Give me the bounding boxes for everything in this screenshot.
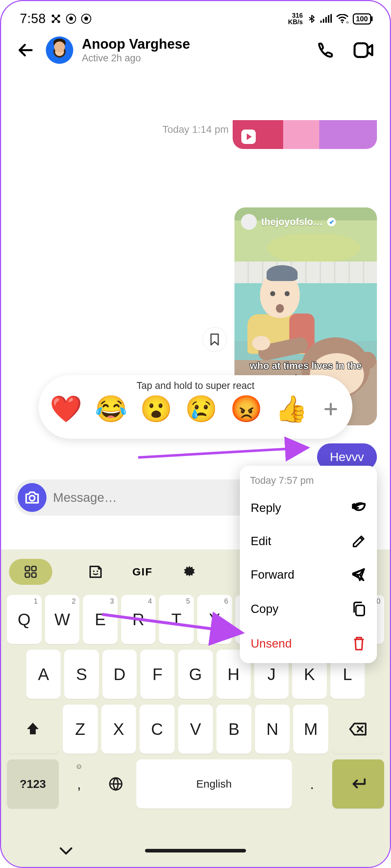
react-wow[interactable]: 😮 [140,394,173,424]
svg-rect-22 [32,566,36,571]
key-x[interactable]: X [101,705,136,754]
react-heart[interactable]: ❤️ [49,394,83,424]
key-g[interactable]: G [178,650,212,699]
context-menu-timestamp: Today 7:57 pm [240,472,377,491]
contact-status: Active 2h ago [82,53,300,64]
react-laugh[interactable]: 😂 [95,394,128,424]
reaction-hint: Tap and hold to super react [136,380,254,391]
status-icon-1 [51,14,61,24]
battery-indicator: 100 [353,13,371,25]
svg-rect-16 [355,43,368,57]
key-f[interactable]: F [140,650,175,699]
status-bar: 7:58 316 KB/s 4r 100 [1,1,390,29]
svg-rect-23 [25,573,30,577]
story-header: thejoyofslo… ✔ [241,214,336,230]
key-w[interactable]: W2 [45,595,80,644]
reply-icon [350,501,366,515]
contact-avatar[interactable] [46,36,73,64]
key-n[interactable]: N [255,705,290,754]
signal-icon [320,14,332,23]
kb-gif-button[interactable]: GIF [121,559,164,585]
copy-icon [352,601,366,617]
key-z[interactable]: Z [63,705,98,754]
reaction-bar: Tap and hold to super react ❤️ 😂 😮 😢 😡 👍 [39,375,352,439]
svg-point-26 [97,570,98,572]
bookmark-button[interactable] [202,327,227,352]
svg-text:4r: 4r [346,20,348,23]
story-username: thejoyofslo… [261,216,323,228]
nav-home-pill[interactable] [145,849,246,852]
ctx-unsend[interactable]: Unsend [240,626,377,661]
message-context-menu: Today 7:57 pm Reply Edit Forward Copy Un… [240,466,377,663]
story-avatar [241,214,257,230]
svg-rect-24 [32,573,36,577]
key-s[interactable]: S [64,650,98,699]
key-c[interactable]: C [140,705,175,754]
svg-rect-12 [328,15,329,23]
svg-point-3 [52,21,54,23]
react-add-button[interactable] [320,398,342,420]
key-backspace[interactable] [332,705,384,754]
nav-collapse-icon[interactable] [59,845,73,856]
key-space[interactable]: English [136,759,292,808]
key-r[interactable]: R4 [121,595,156,644]
ctx-edit[interactable]: Edit [240,525,377,558]
svg-point-20 [30,496,35,501]
key-enter[interactable] [332,759,384,808]
forward-icon [351,567,366,582]
key-shift[interactable] [7,705,59,754]
svg-rect-18 [356,605,364,615]
edit-icon [352,534,366,548]
svg-point-0 [55,18,57,20]
key-y[interactable]: Y6 [197,595,232,644]
audio-call-button[interactable] [312,37,339,63]
svg-marker-8 [84,16,88,21]
key-a[interactable]: A [26,650,61,699]
chat-body: Today 1:14 pm thejoyofslo… ✔ who at time… [1,124,390,135]
ctx-copy[interactable]: Copy [240,592,377,626]
emoji-hint-icon: ☺ [75,762,83,771]
react-thumbsup[interactable]: 👍 [275,394,308,424]
key-q[interactable]: Q1 [7,595,41,644]
network-speed: 316 KB/s [288,12,303,25]
play-icon [241,130,256,144]
soccer-icon [66,14,76,24]
bluetooth-icon [307,13,316,24]
react-sad[interactable]: 😢 [185,394,218,424]
kb-settings-button[interactable] [168,559,211,585]
key-e[interactable]: E3 [83,595,118,644]
svg-point-4 [58,21,60,23]
wifi-icon: 4r [336,14,348,23]
svg-point-1 [52,14,54,17]
soccer-icon-2 [81,14,91,24]
key-symbols[interactable]: ?123 [7,759,59,808]
contact-info[interactable]: Anoop Varghese Active 2h ago [82,36,300,64]
contact-name: Anoop Varghese [82,36,300,52]
svg-line-17 [138,448,308,457]
key-m[interactable]: M [293,705,328,754]
kb-sticker-button[interactable] [74,559,117,585]
key-comma[interactable]: ☺ , [62,759,96,808]
react-angry[interactable]: 😡 [230,394,263,424]
video-call-button[interactable] [350,37,377,63]
key-b[interactable]: B [216,705,251,754]
back-button[interactable] [14,39,37,62]
previous-reel-message[interactable] [233,120,377,149]
annotation-arrow-1 [138,441,318,466]
ctx-reply[interactable]: Reply [240,491,377,525]
svg-point-14 [341,22,343,23]
key-period[interactable]: . [295,759,329,808]
key-globe[interactable] [99,759,132,808]
svg-rect-11 [325,17,327,23]
camera-button[interactable] [18,483,47,512]
key-v[interactable]: V [178,705,213,754]
key-d[interactable]: D [102,650,137,699]
chat-header: Anoop Varghese Active 2h ago [1,29,390,73]
key-t[interactable]: T5 [159,595,194,644]
kb-apps-button[interactable] [9,559,52,585]
system-nav-bar [1,834,390,867]
ctx-forward[interactable]: Forward [240,558,377,592]
svg-rect-13 [330,14,332,23]
svg-point-25 [93,570,95,572]
svg-rect-9 [320,21,322,23]
